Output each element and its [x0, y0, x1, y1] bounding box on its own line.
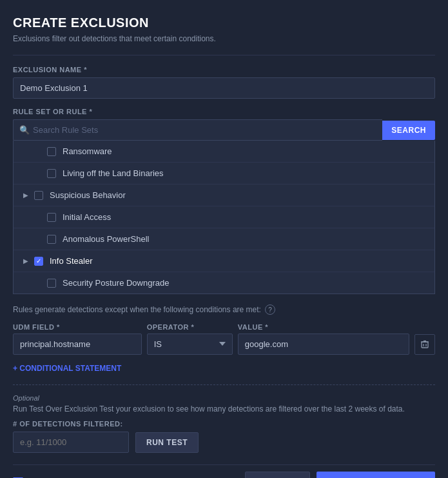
page-subtitle: Exclusions filter out detections that me…: [13, 34, 435, 43]
optional-label: Optional: [13, 394, 435, 402]
delete-condition-button[interactable]: [414, 334, 435, 355]
rule-checkbox-lotl[interactable]: [47, 169, 56, 178]
rule-item[interactable]: Ransomware: [14, 141, 434, 163]
udm-field-col: UDM FIELD *: [13, 323, 142, 355]
run-test-description: Run Test Over Exclusion Test your exclus…: [13, 404, 435, 413]
udm-label: UDM FIELD *: [13, 323, 142, 331]
run-test-button[interactable]: RUN TEST: [135, 432, 199, 453]
search-input[interactable]: [13, 119, 382, 141]
rule-checkbox-ransomware[interactable]: [47, 147, 56, 156]
rule-checkbox-initial-access[interactable]: [47, 213, 56, 222]
svg-rect-0: [422, 342, 428, 348]
detections-input[interactable]: [13, 432, 129, 453]
conditions-section: Rules generate detections except when th…: [13, 304, 435, 375]
value-field-col: VALUE *: [238, 323, 409, 355]
discard-button[interactable]: DISCARD: [245, 472, 309, 478]
footer: Enable Exclusion upon creation DISCARD A…: [13, 464, 435, 478]
exclusion-name-label: EXCLUSION NAME *: [13, 66, 435, 74]
rule-item-suspicious[interactable]: ▶ Suspicious Behavior: [14, 184, 434, 206]
rule-label-anomalous: Anomalous PowerShell: [63, 234, 149, 244]
fields-row: UDM FIELD * OPERATOR * IS IS NOT CONTAIN…: [13, 323, 435, 355]
add-condition-button[interactable]: + CONDITIONAL STATEMENT: [13, 361, 121, 375]
rule-label-lotl: Living off the Land Binaries: [63, 168, 164, 178]
dotted-divider: [13, 384, 435, 385]
page-title: CREATE EXCLUSION: [13, 15, 435, 30]
udm-input[interactable]: [13, 334, 142, 355]
exclusion-name-input[interactable]: [13, 77, 435, 99]
rule-item[interactable]: Living off the Land Binaries: [14, 163, 434, 184]
rule-list: Ransomware Living off the Land Binaries …: [13, 141, 435, 294]
chevron-icon[interactable]: ▶: [21, 257, 30, 266]
value-input[interactable]: [238, 334, 409, 355]
run-test-section: Optional Run Test Over Exclusion Test yo…: [13, 394, 435, 453]
search-row: 🔍 SEARCH: [13, 119, 435, 141]
chevron-icon[interactable]: ▶: [21, 191, 30, 200]
search-icon: 🔍: [19, 125, 30, 135]
rule-checkbox-info-stealer[interactable]: [34, 257, 43, 266]
rule-item[interactable]: Security Posture Downgrade: [14, 272, 434, 294]
run-test-row: RUN TEST: [13, 432, 435, 453]
rule-checkbox-suspicious[interactable]: [34, 191, 43, 200]
rule-label-security-posture: Security Posture Downgrade: [63, 278, 169, 288]
value-label: VALUE *: [238, 323, 409, 331]
detections-label: # OF DETECTIONS FILTERED:: [13, 420, 435, 428]
trash-icon: [420, 340, 429, 349]
rule-label-initial-access: Initial Access: [63, 212, 111, 222]
rule-label-ransomware: Ransomware: [63, 146, 112, 156]
rule-item-info-stealer[interactable]: ▶ Info Stealer: [14, 250, 434, 272]
rule-item[interactable]: Anomalous PowerShell: [14, 228, 434, 250]
footer-buttons: DISCARD ADD RULE EXCLUSION: [245, 472, 435, 478]
title-divider: [13, 55, 435, 55]
rule-set-label: RULE SET OR RULE *: [13, 108, 435, 115]
rule-item[interactable]: Initial Access: [14, 206, 434, 228]
add-exclusion-button[interactable]: ADD RULE EXCLUSION: [317, 472, 435, 478]
operator-select[interactable]: IS IS NOT CONTAINS STARTS WITH ENDS WITH: [147, 334, 233, 355]
rule-checkbox-security-posture[interactable]: [47, 279, 56, 288]
rule-label-suspicious: Suspicious Behavior: [50, 190, 126, 200]
rule-label-info-stealer: Info Stealer: [50, 256, 93, 266]
search-input-wrap: 🔍: [13, 119, 382, 141]
conditions-info: Rules generate detections except when th…: [13, 304, 435, 315]
search-button[interactable]: SEARCH: [382, 121, 435, 140]
rule-checkbox-anomalous[interactable]: [47, 235, 56, 244]
operator-field-col: OPERATOR * IS IS NOT CONTAINS STARTS WIT…: [147, 323, 233, 355]
conditions-text: Rules generate detections except when th…: [13, 305, 261, 314]
operator-label: OPERATOR *: [147, 323, 233, 331]
help-icon[interactable]: ?: [265, 304, 275, 315]
